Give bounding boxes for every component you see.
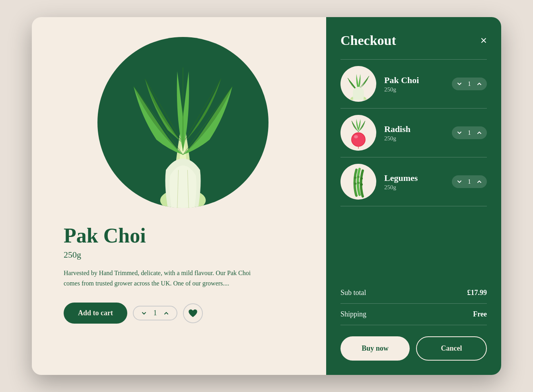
heart-icon (189, 309, 197, 317)
favorite-button[interactable] (183, 303, 203, 323)
quantity-stepper: 1 (133, 306, 177, 320)
chevron-down-icon (142, 311, 146, 316)
item-increment-button[interactable] (476, 129, 483, 137)
product-image-circle (97, 37, 268, 208)
close-button[interactable]: × (480, 35, 487, 46)
chevron-down-icon (457, 82, 461, 86)
item-qty-stepper-radish: 1 (452, 126, 487, 139)
svg-point-21 (360, 177, 363, 180)
add-to-cart-button[interactable]: Add to cart (64, 303, 127, 324)
product-actions: Add to cart 1 (64, 303, 203, 324)
item-info-radish: Radish 250g (384, 124, 452, 142)
item-qty-value: 1 (465, 129, 473, 136)
item-qty-stepper-pakchoi: 1 (452, 78, 487, 90)
shipping-row: Shipping Free (340, 304, 487, 325)
cart-items-list: Pak Choi 250g 1 (340, 59, 487, 276)
item-size: 250g (384, 135, 452, 142)
order-summary: Sub total £17.99 Shipping Free (340, 282, 487, 325)
chevron-up-icon (164, 311, 169, 316)
product-panel: Pak Choi 250g Harvested by Hand Trimmed,… (32, 17, 326, 375)
pakchoi-illustration (115, 41, 251, 208)
product-image-area (64, 37, 302, 208)
svg-point-22 (360, 183, 363, 186)
cart-item: Legumes 250g 1 (340, 157, 487, 206)
subtotal-row: Sub total £17.99 (340, 282, 487, 304)
subtotal-label: Sub total (340, 289, 366, 297)
chevron-up-icon (477, 180, 481, 184)
product-description: Harvested by Hand Trimmed, delicate, wit… (64, 268, 255, 288)
item-size: 250g (384, 86, 452, 93)
legumes-thumb-icon (344, 166, 372, 198)
item-increment-button[interactable] (476, 80, 483, 88)
chevron-down-icon (457, 131, 461, 135)
checkout-actions: Buy now Cancel (340, 336, 487, 361)
item-qty-stepper-legumes: 1 (452, 175, 487, 188)
increment-button[interactable] (161, 309, 172, 317)
item-decrement-button[interactable] (456, 129, 463, 137)
cart-item: Radish 250g 1 (340, 109, 487, 157)
pakchoi-thumb-icon (344, 68, 372, 100)
buy-now-button[interactable]: Buy now (340, 336, 410, 361)
svg-point-18 (354, 182, 356, 185)
svg-point-19 (357, 176, 360, 178)
item-thumbnail-legumes (340, 164, 376, 200)
shipping-value: Free (473, 310, 487, 318)
item-decrement-button[interactable] (456, 178, 463, 186)
item-thumbnail-radish (340, 115, 376, 151)
svg-line-3 (183, 87, 232, 155)
item-size: 250g (384, 184, 452, 191)
svg-point-17 (354, 177, 356, 179)
item-name: Pak Choi (384, 75, 452, 85)
chevron-up-icon (477, 82, 481, 86)
checkout-panel: Checkout × (326, 17, 501, 375)
modal-container: Pak Choi 250g Harvested by Hand Trimmed,… (32, 17, 501, 375)
checkout-title: Checkout (340, 33, 396, 48)
product-weight: 250g (64, 250, 81, 260)
radish-thumb-icon (344, 117, 372, 149)
checkout-header: Checkout × (340, 33, 487, 48)
subtotal-value: £17.99 (467, 289, 487, 297)
svg-line-1 (134, 87, 183, 155)
item-info-pakchoi: Pak Choi 250g (384, 75, 452, 93)
item-thumbnail-pakchoi (340, 66, 376, 102)
item-name: Legumes (384, 173, 452, 183)
svg-point-15 (354, 135, 358, 138)
item-increment-button[interactable] (476, 178, 483, 186)
cancel-button[interactable]: Cancel (416, 336, 487, 361)
item-info-legumes: Legumes 250g (384, 173, 452, 191)
product-title: Pak Choi (64, 224, 146, 247)
shipping-label: Shipping (340, 310, 366, 318)
svg-point-20 (357, 182, 360, 184)
item-name: Radish (384, 124, 452, 134)
chevron-up-icon (477, 131, 481, 135)
item-qty-value: 1 (465, 178, 473, 185)
decrement-button[interactable] (138, 309, 150, 317)
chevron-down-icon (457, 180, 461, 184)
cart-item: Pak Choi 250g 1 (340, 59, 487, 109)
item-qty-value: 1 (465, 80, 473, 87)
item-decrement-button[interactable] (456, 80, 463, 88)
quantity-value: 1 (150, 309, 161, 317)
svg-point-14 (352, 133, 365, 146)
